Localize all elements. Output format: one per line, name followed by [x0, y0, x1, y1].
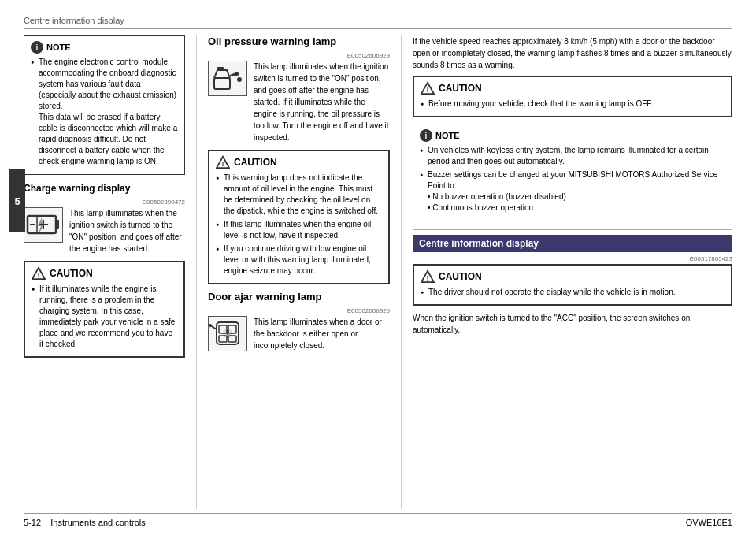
- svg-point-16: [209, 324, 212, 327]
- svg-rect-1: [56, 220, 59, 229]
- footer-code: OVWE16E1: [686, 518, 732, 527]
- svg-point-19: [227, 336, 228, 337]
- door-lamp-image: [208, 316, 247, 351]
- door-lamp-text: This lamp illuminates when a door or the…: [254, 316, 390, 351]
- charge-lamp-image: [24, 207, 63, 243]
- svg-text:!: !: [427, 86, 429, 94]
- caution-box-centre: ! CAUTION The driver should not operate …: [413, 264, 732, 306]
- note-title-left: i NOTE: [31, 41, 178, 54]
- note-box-right: i NOTE On vehicles with keyless entry sy…: [413, 124, 732, 221]
- left-column: i NOTE The engine electronic control mod…: [24, 35, 197, 509]
- note-list-left: The engine electronic control module acc…: [31, 57, 178, 167]
- section-tab: 5: [9, 169, 25, 232]
- caution-title-centre: ! CAUTION: [421, 269, 724, 284]
- caution-item-centre: The driver should not operate the displa…: [421, 287, 724, 298]
- note-icon-left: i: [31, 41, 43, 54]
- caution-triangle-icon-centre: !: [421, 269, 435, 284]
- caution-list-centre: The driver should not operate the displa…: [421, 287, 724, 298]
- caution-item-oil-1: This warning lamp does not indicate the …: [216, 173, 382, 217]
- caution-item-oil-3: If you continue driving with low engine …: [216, 243, 382, 277]
- caution-list-charge: If it illuminates while the engine is ru…: [32, 284, 177, 350]
- caution-triangle-icon-right1: !: [421, 81, 435, 95]
- caution-title-right1: ! CAUTION: [421, 81, 724, 95]
- note-item: The engine electronic control module acc…: [31, 57, 178, 167]
- note-item-right-1: On vehicles with keyless entry system, t…: [420, 145, 725, 167]
- footer-section: Instruments and controls: [50, 518, 145, 527]
- charge-lamp-text: This lamp illuminates when the ignition …: [69, 207, 185, 254]
- oil-svg: [211, 64, 244, 94]
- door-lamp-row: This lamp illuminates when a door or the…: [208, 316, 390, 351]
- note-box-left: i NOTE The engine electronic control mod…: [24, 35, 185, 175]
- caution-list-oil: This warning lamp does not indicate the …: [216, 173, 382, 277]
- note-list-right: On vehicles with keyless entry system, t…: [420, 145, 725, 214]
- page: Centre information display 5 i NOTE The …: [0, 0, 756, 535]
- caution-item-right1: Before moving your vehicle, check that t…: [421, 98, 724, 110]
- centre-info-code: E00517805423: [413, 255, 732, 262]
- svg-text:!: !: [222, 160, 224, 168]
- note-item-right-2: Buzzer settings can be changed at your M…: [420, 169, 725, 214]
- footer-left: 5-12 Instruments and controls: [24, 518, 146, 527]
- middle-column: Oil pressure warning lamp E00502606929: [197, 35, 402, 509]
- oil-lamp-text: This lamp illuminates when the ignition …: [254, 61, 390, 143]
- caution-box-charge: ! CAUTION If it illuminates while the en…: [24, 261, 185, 358]
- right-column: If the vehicle speed reaches approximate…: [402, 35, 732, 509]
- svg-rect-8: [217, 67, 224, 70]
- oil-lamp-image: [208, 61, 247, 96]
- caution-title-oil: ! CAUTION: [216, 155, 382, 169]
- speed-text: If the vehicle speed reaches approximate…: [413, 35, 732, 71]
- caution-item-oil-2: If this lamp illuminates when the engine…: [216, 219, 382, 241]
- charge-warning-title: Charge warning display: [24, 183, 185, 194]
- oil-code: E00502606929: [208, 52, 390, 59]
- svg-text:!: !: [38, 271, 40, 279]
- svg-point-9: [237, 77, 242, 82]
- page-number: 5-12: [24, 518, 41, 527]
- oil-lamp-row: This lamp illuminates when the ignition …: [208, 61, 390, 143]
- caution-box-right1: ! CAUTION Before moving your vehicle, ch…: [413, 76, 732, 117]
- door-ajar-title: Door ajar warning lamp: [208, 291, 390, 303]
- centre-info-header: Centre information display: [413, 235, 732, 252]
- centre-info-body: When the ignition switch is turned to th…: [413, 312, 732, 336]
- charge-code: E00502390472: [24, 199, 185, 206]
- svg-text:!: !: [427, 274, 429, 282]
- caution-box-oil: ! CAUTION This warning lamp does not ind…: [208, 150, 390, 284]
- door-svg: [209, 318, 246, 351]
- charge-lamp-row: This lamp illuminates when the ignition …: [24, 207, 185, 254]
- note-icon-right: i: [420, 129, 432, 142]
- caution-triangle-icon-oil: !: [216, 155, 230, 169]
- door-code: E00502606920: [208, 307, 390, 314]
- note-title-right: i NOTE: [420, 129, 725, 142]
- caution-item-charge: If it illuminates while the engine is ru…: [32, 284, 177, 350]
- page-footer: 5-12 Instruments and controls OVWE16E1: [24, 513, 732, 527]
- svg-rect-7: [214, 78, 230, 89]
- battery-svg: [26, 211, 61, 240]
- page-header: Centre information display: [24, 16, 732, 29]
- caution-triangle-icon-charge: !: [32, 266, 46, 281]
- caution-list-right1: Before moving your vehicle, check that t…: [421, 98, 724, 110]
- divider: [413, 229, 732, 230]
- oil-pressure-title: Oil pressure warning lamp: [208, 35, 390, 47]
- caution-title-charge: ! CAUTION: [32, 266, 177, 281]
- header-title: Centre information display: [24, 16, 124, 25]
